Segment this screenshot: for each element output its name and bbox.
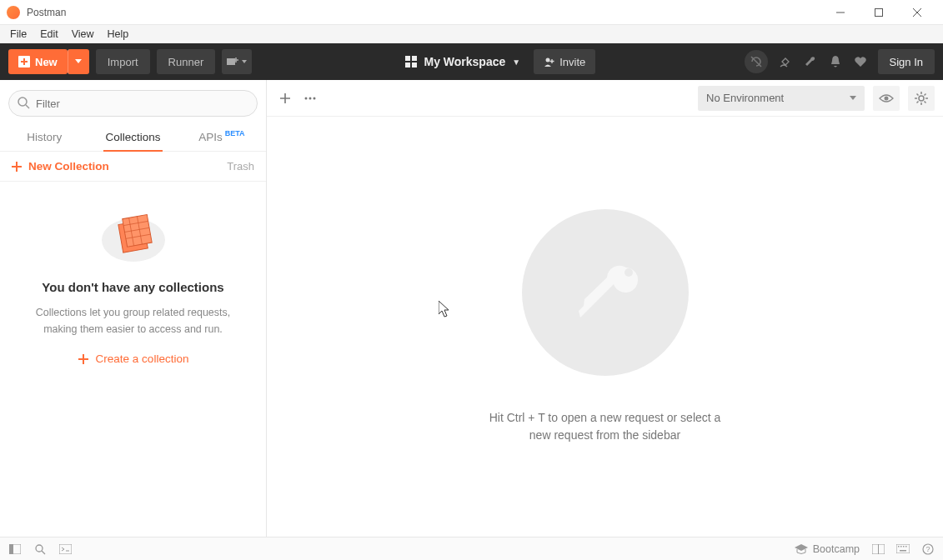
- create-collection-label: Create a collection: [96, 352, 189, 365]
- empty-text-line1: Hit Ctrl + T to open a new request or se…: [489, 411, 721, 424]
- invite-label: Invite: [559, 56, 585, 68]
- new-collection-label: New Collection: [28, 160, 109, 172]
- caret-down-icon: [850, 96, 856, 100]
- eye-icon: [879, 93, 894, 103]
- svg-point-16: [919, 96, 924, 101]
- new-window-icon: [227, 57, 238, 67]
- menu-view[interactable]: View: [65, 27, 101, 42]
- svg-rect-11: [122, 215, 151, 248]
- signin-label: Sign In: [890, 56, 923, 68]
- svg-rect-23: [896, 544, 910, 553]
- new-collection-button[interactable]: New Collection: [12, 160, 109, 172]
- invite-icon: [544, 57, 554, 68]
- svg-rect-0: [875, 8, 883, 16]
- sidebar-empty-state: You don't have any collections Collectio…: [0, 182, 266, 537]
- environment-selector[interactable]: No Environment: [698, 86, 865, 111]
- svg-rect-26: [903, 546, 905, 548]
- window-close-button[interactable]: [898, 0, 936, 25]
- window-maximize-button[interactable]: [860, 0, 898, 25]
- svg-text:?: ?: [925, 545, 930, 553]
- new-window-button[interactable]: [222, 49, 252, 74]
- titlebar: Postman: [0, 0, 943, 25]
- invite-button[interactable]: Invite: [534, 49, 595, 74]
- runner-button[interactable]: Runner: [157, 49, 216, 74]
- statusbar: Bootcamp ?: [0, 537, 943, 560]
- window-minimize-button[interactable]: [821, 0, 860, 25]
- menu-file[interactable]: File: [3, 27, 33, 42]
- svg-rect-3: [405, 56, 410, 61]
- svg-point-17: [624, 268, 633, 277]
- environment-label: No Environment: [706, 92, 784, 104]
- svg-rect-25: [900, 546, 902, 548]
- new-tab-button[interactable]: [273, 87, 297, 110]
- tab-history-label: History: [27, 131, 62, 143]
- create-collection-link[interactable]: Create a collection: [78, 352, 189, 365]
- satellite-icon[interactable]: [778, 54, 793, 69]
- settings-button[interactable]: [908, 86, 935, 111]
- main-area: No Environment: [267, 80, 943, 537]
- tab-strip: No Environment: [267, 80, 943, 117]
- sync-button[interactable]: [745, 50, 768, 73]
- layout-button[interactable]: [871, 542, 885, 556]
- sidebar-toggle-button[interactable]: [8, 542, 22, 556]
- new-button[interactable]: New: [8, 49, 68, 74]
- collections-illustration: [100, 207, 167, 265]
- grid-icon: [405, 56, 417, 68]
- svg-point-13: [309, 97, 312, 99]
- cursor-icon: [439, 301, 450, 318]
- topbar: New Import Runner My Workspace ▼ Invite: [0, 43, 943, 80]
- sidebar-tabs: History Collections APIs BETA: [0, 123, 266, 152]
- new-button-label: New: [35, 56, 58, 68]
- heart-icon[interactable]: [853, 54, 868, 69]
- new-button-dropdown[interactable]: [68, 49, 89, 74]
- caret-down-icon: [75, 59, 82, 64]
- trash-link[interactable]: Trash: [227, 160, 254, 172]
- import-label: Import: [108, 56, 138, 68]
- import-button[interactable]: Import: [96, 49, 150, 74]
- plus-icon: [280, 93, 290, 103]
- bell-icon[interactable]: [828, 54, 843, 69]
- svg-rect-5: [405, 62, 410, 68]
- app-title: Postman: [27, 7, 66, 18]
- find-button[interactable]: [33, 542, 47, 556]
- gear-icon: [915, 92, 928, 105]
- svg-point-14: [313, 97, 316, 99]
- svg-rect-19: [9, 544, 13, 554]
- help-button[interactable]: ?: [921, 542, 935, 556]
- tab-options-button[interactable]: [298, 87, 322, 110]
- menu-edit[interactable]: Edit: [33, 27, 65, 42]
- empty-illustration: [522, 209, 689, 376]
- caret-down-icon: [242, 60, 247, 63]
- main-empty-state: Hit Ctrl + T to open a new request or se…: [267, 117, 943, 537]
- tab-collections[interactable]: Collections: [88, 123, 177, 151]
- plus-box-icon: [18, 56, 30, 68]
- svg-point-8: [18, 98, 27, 106]
- keyboard-shortcuts-button[interactable]: [896, 542, 910, 556]
- tab-history[interactable]: History: [0, 123, 88, 151]
- empty-heading: You don't have any collections: [42, 280, 223, 294]
- svg-point-20: [36, 545, 43, 552]
- sidebar: History Collections APIs BETA New Collec…: [0, 80, 267, 537]
- svg-rect-6: [412, 62, 417, 68]
- tab-collections-label: Collections: [105, 131, 160, 143]
- svg-rect-28: [900, 550, 906, 552]
- tab-apis[interactable]: APIs BETA: [178, 123, 266, 151]
- filter-input[interactable]: [8, 90, 258, 117]
- console-button[interactable]: [58, 542, 72, 556]
- svg-rect-27: [905, 546, 907, 548]
- menu-help[interactable]: Help: [101, 27, 136, 42]
- plus-icon: [12, 162, 22, 172]
- ellipsis-icon: [304, 97, 316, 100]
- preview-environment-button[interactable]: [873, 86, 900, 111]
- bootcamp-button[interactable]: Bootcamp: [795, 543, 860, 555]
- wrench-icon[interactable]: [803, 54, 818, 69]
- svg-point-7: [546, 58, 550, 62]
- workspace-selector[interactable]: My Workspace ▼: [400, 49, 525, 74]
- empty-text-line2: new request from the sidebar: [529, 428, 680, 442]
- bootcamp-label: Bootcamp: [813, 543, 860, 555]
- workspace-label: My Workspace: [424, 55, 505, 68]
- app-icon: [7, 6, 20, 19]
- svg-rect-21: [59, 544, 72, 554]
- signin-button[interactable]: Sign In: [878, 49, 935, 74]
- svg-rect-2: [227, 58, 235, 65]
